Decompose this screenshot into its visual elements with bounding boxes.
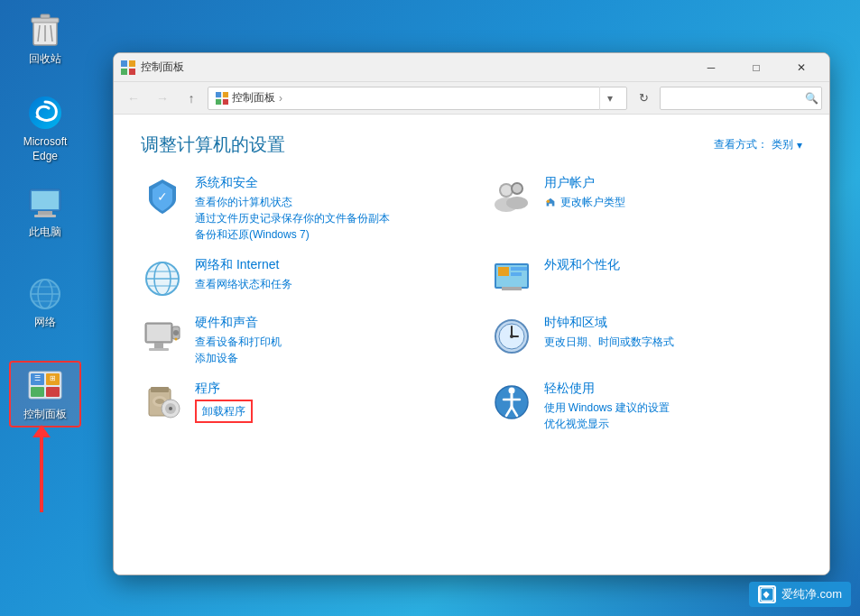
hardware-text: 硬件和声音 查看设备和打印机 添加设备 [195, 315, 282, 366]
content-header: 调整计算机的设置 查看方式： 类别 ▾ [141, 133, 802, 157]
category-network[interactable]: 网络和 Internet 查看网络状态和任务 [141, 257, 454, 300]
categories-grid: ✓ 系统和安全 查看你的计算机状态 通过文件历史记录保存你的文件备份副本 备份和… [141, 175, 802, 432]
ease-access-sub-0[interactable]: 使用 Windows 建议的设置 [544, 400, 670, 416]
arrow-up-head [32, 425, 51, 437]
window-title: 控制面板 [141, 60, 690, 75]
clock-icon [490, 315, 533, 358]
category-user-accounts[interactable]: 用户帐户 更改帐户类型 [490, 175, 803, 243]
title-bar: 控制面板 ─ □ ✕ [114, 53, 829, 82]
window-controls: ─ □ ✕ [690, 53, 822, 82]
hardware-sub-0[interactable]: 查看设备和打印机 [195, 334, 282, 350]
category-clock[interactable]: 时钟和区域 更改日期、时间或数字格式 [490, 315, 803, 366]
system-security-title[interactable]: 系统和安全 [195, 175, 390, 191]
network-sub-0[interactable]: 查看网络状态和任务 [195, 276, 292, 292]
network-title[interactable]: 网络和 Internet [195, 257, 292, 273]
edge-image [26, 94, 64, 132]
uninstall-highlight[interactable]: 卸载程序 [195, 400, 253, 423]
svg-point-55 [173, 330, 179, 336]
clock-title[interactable]: 时钟和区域 [544, 315, 674, 331]
view-value: 类别 [772, 137, 793, 152]
minimize-button[interactable]: ─ [690, 53, 732, 82]
appearance-icon [490, 257, 533, 300]
svg-point-72 [508, 388, 514, 394]
search-box[interactable]: 🔍 [660, 87, 822, 110]
close-button[interactable]: ✕ [781, 53, 822, 82]
network-cat-icon [141, 257, 184, 300]
programs-subs: 卸载程序 [195, 400, 253, 423]
svg-rect-48 [498, 267, 509, 276]
hardware-sub-1[interactable]: 添加设备 [195, 350, 282, 366]
recycle-bin-label: 回收站 [29, 52, 61, 67]
user-accounts-icon [490, 175, 533, 218]
programs-title[interactable]: 程序 [195, 381, 253, 397]
network-label: 网络 [34, 316, 56, 330]
system-security-sub-1[interactable]: 通过文件历史记录保存你的文件备份副本 [195, 210, 390, 226]
address-input[interactable]: 控制面板 › ▾ [208, 87, 627, 110]
svg-point-16 [31, 280, 60, 308]
svg-rect-9 [38, 211, 52, 215]
view-label: 查看方式： [714, 137, 768, 152]
network-text: 网络和 Internet 查看网络状态和任务 [195, 257, 292, 292]
thispc-icon[interactable]: 此电脑 [9, 180, 81, 244]
svg-point-70 [169, 407, 172, 410]
svg-rect-28 [216, 92, 221, 97]
up-button[interactable]: ↑ [179, 86, 204, 111]
svg-rect-25 [129, 60, 135, 67]
maximize-button[interactable]: □ [735, 53, 777, 82]
system-security-icon: ✓ [141, 175, 184, 218]
control-panel-label: 控制面板 [23, 408, 67, 422]
window-icon [121, 60, 135, 75]
ease-access-subs: 使用 Windows 建议的设置 优化视觉显示 [544, 400, 670, 432]
recycle-bin-icon[interactable]: 回收站 [9, 7, 81, 70]
svg-rect-21 [46, 387, 60, 397]
user-accounts-title[interactable]: 用户帐户 [544, 175, 625, 191]
category-programs[interactable]: 程序 卸载程序 [141, 381, 454, 432]
svg-point-56 [175, 338, 178, 341]
content-title: 调整计算机的设置 [141, 133, 285, 157]
forward-button[interactable]: → [150, 86, 175, 111]
system-security-sub-2[interactable]: 备份和还原(Windows 7) [195, 226, 390, 243]
svg-point-45 [146, 262, 179, 295]
network-image [26, 274, 64, 312]
cp-content: 调整计算机的设置 查看方式： 类别 ▾ ✓ 系统和安全 [114, 115, 829, 575]
search-input[interactable] [666, 92, 801, 105]
user-accounts-text: 用户帐户 更改帐户类型 [544, 175, 625, 210]
view-dropdown-icon: ▾ [797, 139, 802, 152]
category-appearance[interactable]: 外观和个性化 [490, 257, 803, 300]
svg-rect-65 [151, 387, 169, 392]
programs-sub-0[interactable]: 卸载程序 [202, 403, 245, 419]
view-mode-selector[interactable]: 查看方式： 类别 ▾ [714, 137, 802, 152]
svg-rect-58 [149, 348, 169, 351]
svg-rect-27 [129, 69, 135, 75]
clock-sub-0[interactable]: 更改日期、时间或数字格式 [544, 334, 674, 350]
refresh-button[interactable]: ↻ [631, 87, 656, 110]
control-panel-desktop-icon[interactable]: ☰ ⊞ 控制面板 [9, 361, 81, 428]
category-hardware[interactable]: 硬件和声音 查看设备和打印机 添加设备 [141, 315, 454, 366]
appearance-text: 外观和个性化 [544, 257, 620, 276]
svg-text:⊞: ⊞ [50, 374, 56, 382]
svg-rect-10 [34, 215, 56, 217]
edge-icon[interactable]: MicrosoftEdge [9, 90, 81, 167]
network-subs: 查看网络状态和任务 [195, 276, 292, 292]
svg-rect-49 [511, 267, 527, 271]
back-button[interactable]: ← [121, 86, 146, 111]
ease-access-icon [490, 381, 533, 424]
ease-access-title[interactable]: 轻松使用 [544, 381, 670, 397]
svg-point-39 [546, 199, 550, 203]
svg-rect-51 [502, 287, 522, 290]
svg-rect-29 [223, 92, 228, 97]
clock-text: 时钟和区域 更改日期、时间或数字格式 [544, 315, 674, 350]
system-security-sub-0[interactable]: 查看你的计算机状态 [195, 194, 390, 210]
address-dropdown[interactable]: ▾ [599, 87, 619, 110]
svg-point-36 [513, 184, 522, 193]
ease-access-sub-1[interactable]: 优化视觉显示 [544, 416, 670, 432]
category-system-security[interactable]: ✓ 系统和安全 查看你的计算机状态 通过文件历史记录保存你的文件备份副本 备份和… [141, 175, 454, 243]
hardware-title[interactable]: 硬件和声音 [195, 315, 282, 331]
network-icon[interactable]: 网络 [9, 271, 81, 334]
user-accounts-sub-0[interactable]: 更改帐户类型 [560, 194, 625, 210]
user-accounts-subs: 更改帐户类型 [544, 194, 625, 210]
thispc-label: 此电脑 [29, 225, 61, 240]
category-ease-access[interactable]: 轻松使用 使用 Windows 建议的设置 优化视觉显示 [490, 381, 803, 432]
svg-rect-24 [121, 60, 127, 67]
appearance-title[interactable]: 外观和个性化 [544, 257, 620, 273]
